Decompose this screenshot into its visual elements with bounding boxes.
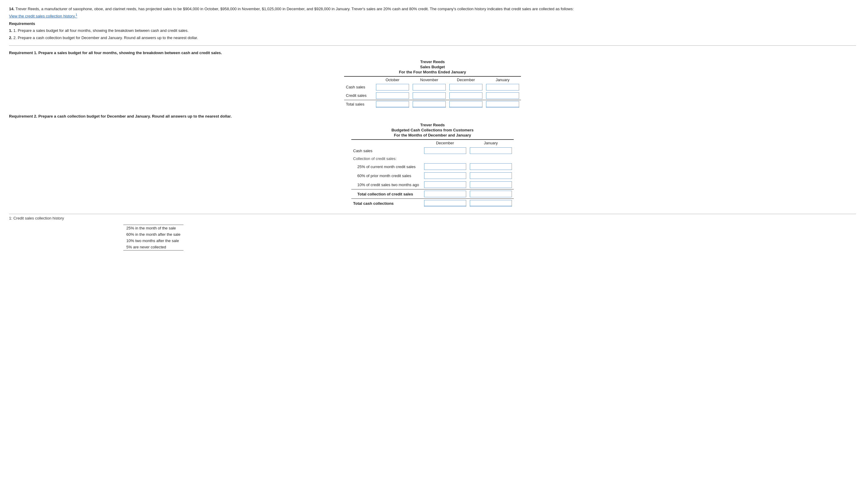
cash-sales-nov-input[interactable]: [413, 84, 446, 91]
table-row: 10% of credit sales two months ago: [351, 180, 514, 189]
cc-25pct-dec-cell: [422, 162, 468, 171]
credit-sales-nov-input[interactable]: [413, 92, 446, 99]
cash-coll-company: Trever Reeds: [420, 123, 445, 127]
cc-25pct-jan-input[interactable]: [470, 163, 512, 170]
cc-cash-sales-jan-cell: [468, 146, 514, 155]
cc-60pct-jan-cell: [468, 171, 514, 180]
sales-budget-wrapper: Trever Reeds Sales Budget For the Four M…: [9, 60, 856, 108]
credit-sales-dec-cell: [448, 91, 484, 100]
table-row: Total sales: [344, 100, 521, 108]
sales-table-col-jan: January: [484, 77, 521, 83]
total-sales-label: Total sales: [344, 100, 374, 108]
credit-sales-label: Credit sales: [344, 91, 374, 100]
cash-sales-dec-input[interactable]: [449, 84, 482, 91]
cash-sales-oct-cell: [374, 83, 411, 91]
credit-sales-nov-cell: [411, 91, 448, 100]
credit-history-link[interactable]: View the credit sales collection history…: [9, 14, 77, 18]
total-sales-oct-input[interactable]: [376, 101, 409, 108]
cc-collection-header-label: Collection of credit sales:: [351, 155, 422, 162]
cc-total-credit-dec-cell: [422, 189, 468, 199]
cc-total-credit-label: Total collection of credit sales: [351, 189, 422, 199]
cc-10pct-label: 10% of credit sales two months ago: [351, 180, 422, 189]
cash-table-col-dec: December: [422, 140, 468, 146]
sales-budget-company: Trever Reeds: [420, 60, 445, 64]
footnote-label: 1: Credit sales collection history: [9, 216, 856, 220]
cc-10pct-jan-cell: [468, 180, 514, 189]
cash-collections-table: December January Cash sales Collection o…: [351, 139, 514, 208]
history-row-1: 25% in the month of the sale: [123, 225, 183, 232]
cash-collections-wrapper: Trever Reeds Budgeted Cash Collections f…: [9, 123, 856, 208]
sales-table-col-dec: December: [448, 77, 484, 83]
cash-table-empty-header: [351, 140, 422, 146]
sales-table-col-oct: October: [374, 77, 411, 83]
cc-25pct-jan-cell: [468, 162, 514, 171]
req1-header: Requirement 1. Prepare a sales budget fo…: [9, 50, 856, 56]
total-sales-dec-input[interactable]: [449, 101, 482, 108]
question-number-text: 14. Trever Reeds, a manufacturer of saxo…: [9, 6, 856, 12]
total-sales-nov-input[interactable]: [413, 101, 446, 108]
cc-10pct-dec-input[interactable]: [424, 181, 466, 188]
cc-60pct-dec-cell: [422, 171, 468, 180]
req2-label: 2.: [9, 35, 12, 40]
cash-coll-title: Budgeted Cash Collections from Customers: [391, 128, 473, 132]
cc-total-credit-dec-input[interactable]: [424, 191, 466, 197]
cc-cash-sales-jan-input[interactable]: [470, 147, 512, 154]
section-divider-1: [9, 45, 856, 46]
table-row: 60% of prior month credit sales: [351, 171, 514, 180]
table-row: Total collection of credit sales: [351, 189, 514, 199]
credit-sales-jan-input[interactable]: [486, 92, 519, 99]
sales-budget-table: October November December January Cash s…: [344, 76, 521, 108]
table-row: 25% in the month of the sale: [123, 225, 183, 232]
req2-text: 2. Prepare a cash collection budget for …: [13, 35, 198, 40]
cc-60pct-jan-input[interactable]: [470, 172, 512, 179]
req1-label: 1.: [9, 28, 12, 33]
cc-25pct-label: 25% of current month credit sales: [351, 162, 422, 171]
cc-total-cash-dec-input[interactable]: [424, 200, 466, 207]
req2-header-text: Requirement 2. Prepare a cash collection…: [9, 114, 232, 118]
cash-sales-jan-input[interactable]: [486, 84, 519, 91]
table-row: 25% of current month credit sales: [351, 162, 514, 171]
cc-empty-dec: [422, 155, 468, 162]
cc-total-cash-jan-cell: [468, 199, 514, 208]
cc-empty-jan: [468, 155, 514, 162]
req1-header-text: Requirement 1. Prepare a sales budget fo…: [9, 50, 222, 55]
footnote-section: 1: Credit sales collection history 25% i…: [9, 214, 856, 250]
total-sales-jan-cell: [484, 100, 521, 108]
question-container: 14. Trever Reeds, a manufacturer of saxo…: [9, 6, 856, 41]
table-row: 60% in the month after the sale: [123, 231, 183, 237]
credit-sales-oct-input[interactable]: [376, 92, 409, 99]
history-row-4: 5% are never collected: [123, 244, 183, 250]
credit-sales-dec-input[interactable]: [449, 92, 482, 99]
table-row: Credit sales: [344, 91, 521, 100]
total-sales-nov-cell: [411, 100, 448, 108]
cash-sales-oct-input[interactable]: [376, 84, 409, 91]
cc-25pct-dec-input[interactable]: [424, 163, 466, 170]
cc-total-credit-jan-input[interactable]: [470, 191, 512, 197]
sales-budget-title: Sales Budget: [420, 65, 445, 69]
credit-sales-oct-cell: [374, 91, 411, 100]
cash-coll-period: For the Months of December and January: [394, 133, 471, 138]
history-table: 25% in the month of the sale 60% in the …: [123, 225, 183, 250]
cc-10pct-dec-cell: [422, 180, 468, 189]
cash-table-header-row: December January: [351, 140, 514, 146]
problem-body: Trever Reeds, a manufacturer of saxophon…: [15, 7, 574, 11]
cc-cash-sales-label: Cash sales: [351, 146, 422, 155]
cc-60pct-dec-input[interactable]: [424, 172, 466, 179]
table-row: 10% two months after the sale: [123, 237, 183, 244]
table-row: Total cash collections: [351, 199, 514, 208]
cc-total-cash-jan-input[interactable]: [470, 200, 512, 207]
cc-10pct-jan-input[interactable]: [470, 181, 512, 188]
history-row-2: 60% in the month after the sale: [123, 231, 183, 237]
cc-total-credit-jan-cell: [468, 189, 514, 199]
sales-budget-period: For the Four Months Ended January: [399, 70, 466, 74]
cash-sales-label: Cash sales: [344, 83, 374, 91]
req-header-label: Requirements: [9, 21, 35, 26]
credit-sales-jan-cell: [484, 91, 521, 100]
cc-cash-sales-dec-input[interactable]: [424, 147, 466, 154]
sales-table-empty-header: [344, 77, 374, 83]
cash-sales-jan-cell: [484, 83, 521, 91]
sales-table-header-row: October November December January: [344, 77, 521, 83]
req1-text: 1. Prepare a sales budget for all four m…: [13, 28, 188, 33]
total-sales-jan-input[interactable]: [486, 101, 519, 108]
sales-table-col-nov: November: [411, 77, 448, 83]
